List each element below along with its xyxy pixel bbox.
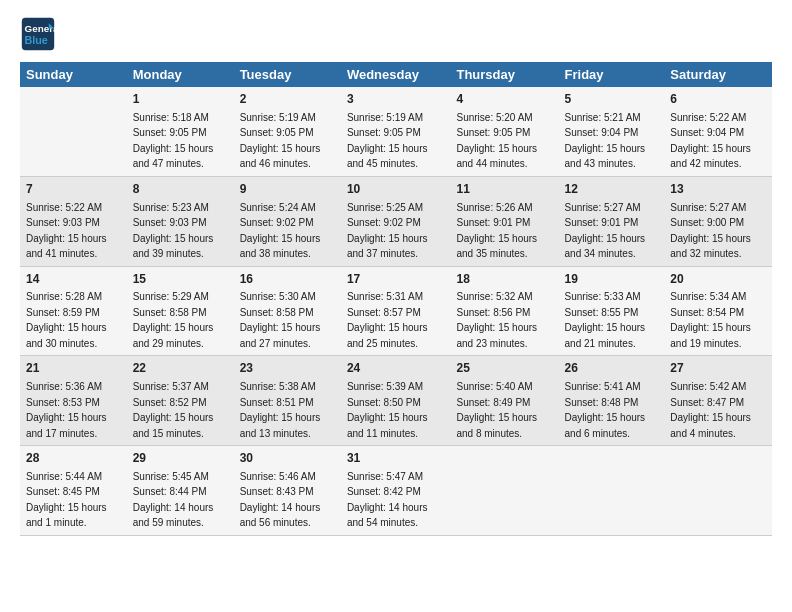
cell-content: Sunrise: 5:39 AM Sunset: 8:50 PM Dayligh… xyxy=(347,381,428,439)
calendar-cell: 6Sunrise: 5:22 AM Sunset: 9:04 PM Daylig… xyxy=(664,87,772,176)
header-row: SundayMondayTuesdayWednesdayThursdayFrid… xyxy=(20,62,772,87)
cell-content: Sunrise: 5:20 AM Sunset: 9:05 PM Dayligh… xyxy=(456,112,537,170)
cell-content: Sunrise: 5:40 AM Sunset: 8:49 PM Dayligh… xyxy=(456,381,537,439)
day-number: 25 xyxy=(456,360,552,377)
cell-content: Sunrise: 5:19 AM Sunset: 9:05 PM Dayligh… xyxy=(240,112,321,170)
calendar-cell xyxy=(559,446,665,536)
calendar-table: SundayMondayTuesdayWednesdayThursdayFrid… xyxy=(20,62,772,536)
cell-content: Sunrise: 5:19 AM Sunset: 9:05 PM Dayligh… xyxy=(347,112,428,170)
day-number: 8 xyxy=(133,181,228,198)
header-day: Sunday xyxy=(20,62,127,87)
svg-text:General: General xyxy=(25,23,57,34)
calendar-cell: 14Sunrise: 5:28 AM Sunset: 8:59 PM Dayli… xyxy=(20,266,127,356)
cell-content: Sunrise: 5:33 AM Sunset: 8:55 PM Dayligh… xyxy=(565,291,646,349)
cell-content: Sunrise: 5:25 AM Sunset: 9:02 PM Dayligh… xyxy=(347,202,428,260)
calendar-cell: 12Sunrise: 5:27 AM Sunset: 9:01 PM Dayli… xyxy=(559,176,665,266)
day-number: 16 xyxy=(240,271,335,288)
cell-content: Sunrise: 5:47 AM Sunset: 8:42 PM Dayligh… xyxy=(347,471,428,529)
calendar-cell: 19Sunrise: 5:33 AM Sunset: 8:55 PM Dayli… xyxy=(559,266,665,356)
svg-text:Blue: Blue xyxy=(25,34,48,46)
day-number: 2 xyxy=(240,91,335,108)
logo-icon: General Blue xyxy=(20,16,56,52)
cell-content: Sunrise: 5:21 AM Sunset: 9:04 PM Dayligh… xyxy=(565,112,646,170)
day-number: 11 xyxy=(456,181,552,198)
day-number: 26 xyxy=(565,360,659,377)
calendar-cell xyxy=(20,87,127,176)
calendar-cell: 30Sunrise: 5:46 AM Sunset: 8:43 PM Dayli… xyxy=(234,446,341,536)
header-day: Monday xyxy=(127,62,234,87)
calendar-row: 21Sunrise: 5:36 AM Sunset: 8:53 PM Dayli… xyxy=(20,356,772,446)
calendar-cell xyxy=(450,446,558,536)
cell-content: Sunrise: 5:30 AM Sunset: 8:58 PM Dayligh… xyxy=(240,291,321,349)
cell-content: Sunrise: 5:22 AM Sunset: 9:03 PM Dayligh… xyxy=(26,202,107,260)
day-number: 28 xyxy=(26,450,121,467)
calendar-cell: 28Sunrise: 5:44 AM Sunset: 8:45 PM Dayli… xyxy=(20,446,127,536)
cell-content: Sunrise: 5:23 AM Sunset: 9:03 PM Dayligh… xyxy=(133,202,214,260)
cell-content: Sunrise: 5:46 AM Sunset: 8:43 PM Dayligh… xyxy=(240,471,321,529)
calendar-cell: 5Sunrise: 5:21 AM Sunset: 9:04 PM Daylig… xyxy=(559,87,665,176)
cell-content: Sunrise: 5:24 AM Sunset: 9:02 PM Dayligh… xyxy=(240,202,321,260)
calendar-cell: 18Sunrise: 5:32 AM Sunset: 8:56 PM Dayli… xyxy=(450,266,558,356)
cell-content: Sunrise: 5:31 AM Sunset: 8:57 PM Dayligh… xyxy=(347,291,428,349)
calendar-cell: 10Sunrise: 5:25 AM Sunset: 9:02 PM Dayli… xyxy=(341,176,451,266)
cell-content: Sunrise: 5:26 AM Sunset: 9:01 PM Dayligh… xyxy=(456,202,537,260)
calendar-cell: 22Sunrise: 5:37 AM Sunset: 8:52 PM Dayli… xyxy=(127,356,234,446)
calendar-cell: 1Sunrise: 5:18 AM Sunset: 9:05 PM Daylig… xyxy=(127,87,234,176)
cell-content: Sunrise: 5:27 AM Sunset: 9:00 PM Dayligh… xyxy=(670,202,751,260)
calendar-cell: 25Sunrise: 5:40 AM Sunset: 8:49 PM Dayli… xyxy=(450,356,558,446)
day-number: 27 xyxy=(670,360,766,377)
day-number: 21 xyxy=(26,360,121,377)
header-day: Wednesday xyxy=(341,62,451,87)
day-number: 4 xyxy=(456,91,552,108)
day-number: 14 xyxy=(26,271,121,288)
cell-content: Sunrise: 5:34 AM Sunset: 8:54 PM Dayligh… xyxy=(670,291,751,349)
header-day: Thursday xyxy=(450,62,558,87)
calendar-cell: 23Sunrise: 5:38 AM Sunset: 8:51 PM Dayli… xyxy=(234,356,341,446)
cell-content: Sunrise: 5:36 AM Sunset: 8:53 PM Dayligh… xyxy=(26,381,107,439)
calendar-cell: 16Sunrise: 5:30 AM Sunset: 8:58 PM Dayli… xyxy=(234,266,341,356)
cell-content: Sunrise: 5:37 AM Sunset: 8:52 PM Dayligh… xyxy=(133,381,214,439)
cell-content: Sunrise: 5:41 AM Sunset: 8:48 PM Dayligh… xyxy=(565,381,646,439)
day-number: 6 xyxy=(670,91,766,108)
cell-content: Sunrise: 5:42 AM Sunset: 8:47 PM Dayligh… xyxy=(670,381,751,439)
calendar-cell xyxy=(664,446,772,536)
day-number: 15 xyxy=(133,271,228,288)
calendar-cell: 15Sunrise: 5:29 AM Sunset: 8:58 PM Dayli… xyxy=(127,266,234,356)
calendar-cell: 26Sunrise: 5:41 AM Sunset: 8:48 PM Dayli… xyxy=(559,356,665,446)
cell-content: Sunrise: 5:18 AM Sunset: 9:05 PM Dayligh… xyxy=(133,112,214,170)
calendar-cell: 29Sunrise: 5:45 AM Sunset: 8:44 PM Dayli… xyxy=(127,446,234,536)
calendar-row: 7Sunrise: 5:22 AM Sunset: 9:03 PM Daylig… xyxy=(20,176,772,266)
header-day: Friday xyxy=(559,62,665,87)
calendar-cell: 9Sunrise: 5:24 AM Sunset: 9:02 PM Daylig… xyxy=(234,176,341,266)
calendar-cell: 27Sunrise: 5:42 AM Sunset: 8:47 PM Dayli… xyxy=(664,356,772,446)
calendar-cell: 17Sunrise: 5:31 AM Sunset: 8:57 PM Dayli… xyxy=(341,266,451,356)
cell-content: Sunrise: 5:28 AM Sunset: 8:59 PM Dayligh… xyxy=(26,291,107,349)
calendar-cell: 3Sunrise: 5:19 AM Sunset: 9:05 PM Daylig… xyxy=(341,87,451,176)
calendar-cell: 24Sunrise: 5:39 AM Sunset: 8:50 PM Dayli… xyxy=(341,356,451,446)
day-number: 12 xyxy=(565,181,659,198)
cell-content: Sunrise: 5:22 AM Sunset: 9:04 PM Dayligh… xyxy=(670,112,751,170)
day-number: 10 xyxy=(347,181,445,198)
cell-content: Sunrise: 5:45 AM Sunset: 8:44 PM Dayligh… xyxy=(133,471,214,529)
header: General Blue xyxy=(20,16,772,52)
page: General Blue SundayMondayTuesdayWednesda… xyxy=(0,0,792,612)
day-number: 31 xyxy=(347,450,445,467)
header-day: Tuesday xyxy=(234,62,341,87)
calendar-cell: 7Sunrise: 5:22 AM Sunset: 9:03 PM Daylig… xyxy=(20,176,127,266)
calendar-cell: 21Sunrise: 5:36 AM Sunset: 8:53 PM Dayli… xyxy=(20,356,127,446)
cell-content: Sunrise: 5:29 AM Sunset: 8:58 PM Dayligh… xyxy=(133,291,214,349)
calendar-row: 1Sunrise: 5:18 AM Sunset: 9:05 PM Daylig… xyxy=(20,87,772,176)
calendar-cell: 20Sunrise: 5:34 AM Sunset: 8:54 PM Dayli… xyxy=(664,266,772,356)
calendar-row: 28Sunrise: 5:44 AM Sunset: 8:45 PM Dayli… xyxy=(20,446,772,536)
day-number: 5 xyxy=(565,91,659,108)
day-number: 23 xyxy=(240,360,335,377)
day-number: 17 xyxy=(347,271,445,288)
day-number: 30 xyxy=(240,450,335,467)
day-number: 29 xyxy=(133,450,228,467)
header-day: Saturday xyxy=(664,62,772,87)
calendar-cell: 2Sunrise: 5:19 AM Sunset: 9:05 PM Daylig… xyxy=(234,87,341,176)
calendar-cell: 8Sunrise: 5:23 AM Sunset: 9:03 PM Daylig… xyxy=(127,176,234,266)
day-number: 19 xyxy=(565,271,659,288)
day-number: 1 xyxy=(133,91,228,108)
calendar-row: 14Sunrise: 5:28 AM Sunset: 8:59 PM Dayli… xyxy=(20,266,772,356)
